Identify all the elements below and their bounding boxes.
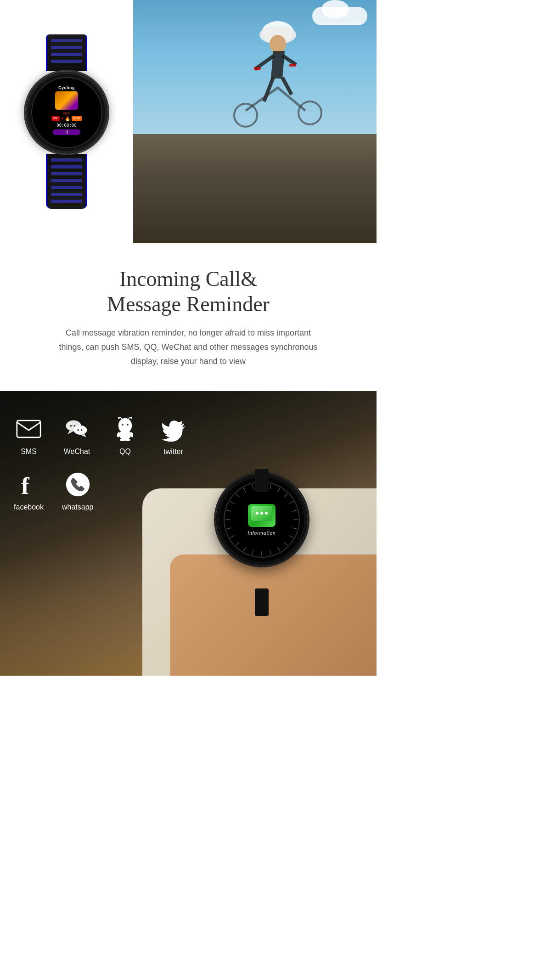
svg-point-50 [125, 439, 131, 442]
band-stripe [51, 179, 82, 182]
sms-icon [14, 414, 44, 444]
app-item-whatsapp: whatsapp [62, 470, 94, 511]
sms-label: SMS [21, 448, 37, 456]
svg-line-21 [243, 547, 246, 551]
band-stripe [51, 165, 82, 168]
svg-point-42 [81, 429, 83, 431]
watch-case: Cycling 8pm 000 ♥ 🔥 0000 00:00:00 ⏸ [25, 71, 108, 154]
watch-band-strap-bottom [255, 588, 269, 616]
apps-row-2: f facebook whatsapp [14, 470, 363, 511]
svg-line-22 [236, 542, 240, 546]
svg-line-16 [284, 542, 288, 546]
svg-point-38 [73, 426, 87, 435]
svg-point-47 [127, 424, 129, 426]
svg-point-3 [234, 104, 257, 127]
twitter-bird-icon [161, 416, 186, 442]
app-item-wechat: WeChat [62, 414, 92, 456]
facebook-label: facebook [14, 503, 44, 511]
wechat-label: WeChat [64, 448, 90, 456]
app-item-qq: QQ [110, 414, 140, 456]
svg-text:f: f [21, 472, 30, 497]
watch-face: Cycling 8pm 000 ♥ 🔥 0000 00:00:00 ⏸ [31, 77, 102, 148]
title-line2: Message Reminder [107, 292, 270, 316]
svg-point-52 [130, 417, 132, 419]
band-stripe [51, 186, 82, 189]
band-stripe [51, 158, 82, 162]
svg-rect-5 [254, 67, 261, 70]
app-item-twitter: twitter [158, 414, 188, 456]
apps-row-1: SMS [14, 414, 363, 456]
apps-section: Information SMS [0, 391, 377, 676]
hero-right-panel [133, 0, 377, 243]
band-stripe [51, 60, 82, 63]
wechat-icon [62, 414, 92, 444]
smart-watch-hero: Cycling 8pm 000 ♥ 🔥 0000 00:00:00 ⏸ [16, 34, 117, 209]
qq-penguin-icon [112, 416, 138, 442]
band-stripe [51, 200, 82, 203]
svg-rect-6 [289, 64, 296, 67]
band-stripe [51, 46, 82, 49]
wechat-bubble-icon [64, 416, 90, 442]
svg-point-48 [119, 430, 131, 440]
svg-point-46 [122, 424, 124, 426]
svg-line-18 [270, 550, 271, 555]
sky-background [133, 0, 377, 134]
band-stripe [51, 193, 82, 196]
band-stripe [51, 53, 82, 56]
hero-section: Cycling 8pm 000 ♥ 🔥 0000 00:00:00 ⏸ [0, 0, 377, 243]
svg-point-4 [298, 101, 321, 124]
svg-point-51 [118, 417, 120, 419]
section-description: Call message vibration reminder, no long… [55, 326, 321, 368]
facebook-f-icon: f [16, 472, 41, 497]
facebook-icon: f [14, 470, 44, 499]
watch-band-top [46, 34, 87, 71]
svg-point-40 [73, 425, 75, 427]
section-title: Incoming Call& Message Reminder [46, 266, 331, 317]
whatsapp-phone-icon [65, 472, 90, 497]
app-item-sms: SMS [14, 414, 44, 456]
svg-point-41 [77, 429, 79, 431]
band-stripe [51, 39, 82, 42]
message-section: Incoming Call& Message Reminder Call mes… [0, 243, 377, 391]
road-background [133, 134, 377, 244]
hero-left-panel: Cycling 8pm 000 ♥ 🔥 0000 00:00:00 ⏸ [0, 0, 133, 243]
cyclist-scene [133, 0, 377, 243]
svg-rect-36 [17, 420, 40, 437]
wrist-skin [170, 554, 377, 676]
cyclist-svg [186, 10, 324, 129]
watch-tick-ring [31, 77, 102, 148]
qq-icon [110, 414, 140, 444]
whatsapp-icon [63, 470, 93, 499]
apps-content: SMS [0, 391, 377, 539]
watch-band-bottom [46, 154, 87, 209]
cyclist-overlay [142, 5, 367, 134]
sms-envelope-icon [16, 416, 41, 442]
svg-point-39 [70, 425, 72, 427]
svg-line-17 [278, 547, 280, 551]
svg-point-2 [270, 35, 286, 53]
svg-point-49 [120, 439, 126, 442]
app-item-facebook: f facebook [14, 470, 44, 511]
title-line1: Incoming Call& [119, 267, 257, 291]
qq-label: QQ [119, 448, 131, 456]
twitter-icon [158, 414, 188, 444]
svg-point-54 [66, 473, 90, 496]
whatsapp-label: whatsapp [62, 503, 94, 511]
svg-line-20 [252, 550, 253, 555]
band-stripe [51, 172, 82, 175]
twitter-label: twitter [163, 448, 183, 456]
